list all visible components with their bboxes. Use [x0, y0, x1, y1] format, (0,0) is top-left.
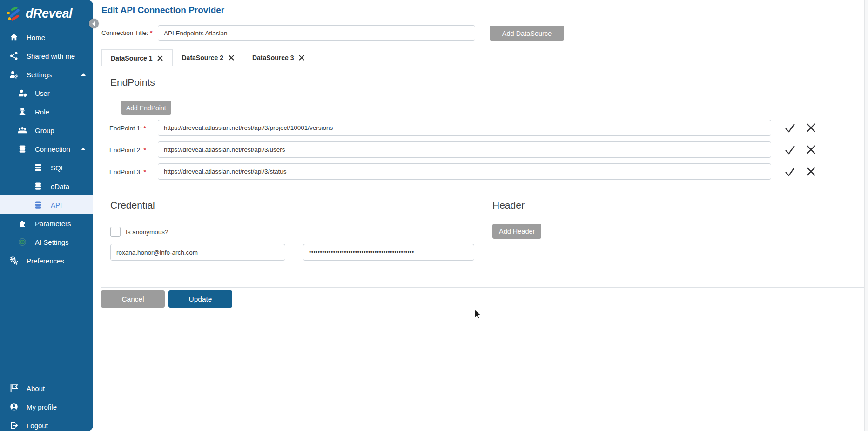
sidebar-item-connection[interactable]: Connection	[0, 140, 93, 158]
connection-title-input[interactable]	[158, 25, 475, 41]
sidebar-item-api[interactable]: API	[0, 195, 93, 214]
role-icon	[18, 107, 27, 116]
gears-icon	[9, 256, 19, 265]
endpoint-input[interactable]	[158, 141, 771, 158]
confirm-icon[interactable]	[784, 121, 796, 134]
sidebar-item-odata[interactable]: oData	[0, 177, 93, 195]
user-icon	[18, 88, 27, 98]
confirm-icon[interactable]	[784, 143, 796, 156]
is-anonymous-checkbox[interactable]	[110, 227, 121, 237]
delete-icon[interactable]	[805, 165, 817, 178]
sidebar-item-home[interactable]: Home	[0, 28, 93, 47]
group-icon	[18, 126, 27, 135]
endpoint-label: EndPoint 2: *	[109, 146, 146, 153]
sidebar-item-settings[interactable]: Settings	[0, 65, 93, 84]
header-divider	[492, 215, 856, 215]
settings-icon	[9, 70, 19, 79]
share-icon	[9, 51, 19, 61]
credential-heading: Credential	[110, 200, 155, 211]
profile-icon	[9, 402, 19, 411]
sidebar-item-about[interactable]: About	[0, 379, 93, 397]
endpoint-label: EndPoint 3: *	[109, 168, 146, 175]
endpoint-label: EndPoint 1: *	[109, 124, 146, 131]
header-heading: Header	[492, 200, 525, 211]
caret-up-icon	[81, 73, 86, 76]
puzzle-icon	[18, 219, 27, 228]
tab-datasource-3[interactable]: DataSource 3	[243, 49, 314, 66]
panel-bottom-border	[101, 287, 864, 288]
endpoint-row: EndPoint 3: *	[0, 163, 868, 180]
sidebar-nav-bottom: AboutMy profileLogout	[0, 379, 93, 431]
sidebar-item-role[interactable]: Role	[0, 102, 93, 121]
confirm-icon[interactable]	[784, 165, 796, 178]
sidebar-item-group[interactable]: Group	[0, 121, 93, 140]
sidebar-item-ai-settings[interactable]: AI Settings	[0, 233, 93, 251]
app-logo-text: dReveal	[26, 7, 72, 21]
caret-up-icon	[81, 148, 86, 150]
sidebar-item-parameters[interactable]: Parameters	[0, 214, 93, 233]
endpoint-input[interactable]	[158, 163, 771, 180]
sidebar: dReveal HomeShared with meSettingsUserRo…	[0, 0, 93, 431]
close-icon[interactable]	[298, 54, 305, 61]
database-icon	[34, 182, 43, 191]
delete-icon[interactable]	[805, 121, 817, 134]
password-input[interactable]	[303, 244, 474, 261]
delete-icon[interactable]	[805, 143, 817, 156]
database-icon	[18, 144, 27, 154]
sidebar-item-preferences[interactable]: Preferences	[0, 251, 93, 270]
required-marker: *	[150, 29, 152, 36]
tab-datasource-1[interactable]: DataSource 1	[101, 49, 173, 66]
sidebar-item-logout[interactable]: Logout	[0, 416, 93, 431]
username-input[interactable]	[110, 244, 285, 261]
sidebar-item-sql[interactable]: SQL	[0, 158, 93, 177]
scrollbar-track[interactable]	[864, 0, 868, 431]
cancel-button[interactable]: Cancel	[101, 290, 165, 308]
update-button[interactable]: Update	[168, 290, 232, 308]
endpoints-heading: EndPoints	[110, 77, 155, 88]
endpoints-divider	[110, 92, 859, 92]
datasource-tabs: DataSource 1DataSource 2DataSource 3	[101, 49, 314, 66]
ai-icon	[18, 237, 27, 247]
endpoint-row: EndPoint 1: *	[0, 120, 868, 136]
credential-divider	[110, 215, 482, 215]
dreveal-logo-icon	[6, 6, 21, 22]
database-icon	[34, 200, 43, 209]
sidebar-item-user[interactable]: User	[0, 84, 93, 102]
database-icon	[34, 163, 43, 172]
page-title: Edit API Connection Provider	[101, 5, 224, 15]
close-icon[interactable]	[228, 54, 235, 61]
sidebar-nav: HomeShared with meSettingsUserRoleGroupC…	[0, 28, 93, 270]
add-endpoint-button[interactable]: Add EndPoint	[121, 101, 171, 115]
sidebar-item-my-profile[interactable]: My profile	[0, 397, 93, 416]
add-header-button[interactable]: Add Header	[492, 224, 541, 239]
sidebar-collapse-button[interactable]	[89, 19, 99, 28]
add-datasource-button[interactable]: Add DataSource	[490, 26, 564, 41]
connection-title-label: Connection Title: *	[101, 29, 153, 36]
endpoint-row: EndPoint 2: *	[0, 141, 868, 158]
close-icon[interactable]	[157, 55, 163, 61]
app-logo[interactable]: dReveal	[0, 0, 93, 23]
flag-icon	[9, 384, 19, 393]
tab-datasource-2[interactable]: DataSource 2	[173, 49, 243, 66]
endpoint-input[interactable]	[158, 120, 771, 136]
home-icon	[9, 33, 19, 42]
is-anonymous-label: Is anonymous?	[126, 229, 168, 236]
mouse-cursor	[474, 309, 484, 320]
logout-icon	[9, 421, 19, 430]
chevron-left-icon	[92, 21, 95, 26]
sidebar-item-shared-with-me[interactable]: Shared with me	[0, 47, 93, 65]
